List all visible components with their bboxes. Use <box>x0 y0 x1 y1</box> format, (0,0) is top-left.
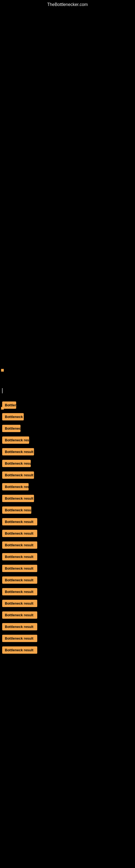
bottleneck-badge: Bottleneck result <box>2 577 37 584</box>
bottleneck-badge: Bottleneck result <box>2 553 37 560</box>
marker-square-1 <box>1 369 4 372</box>
bottleneck-badge: Bottleneck result <box>2 506 31 514</box>
bottleneck-badge: Bottleneck result <box>2 541 37 549</box>
bottleneck-items-container: Bottleneck result Bottleneck result Bott… <box>0 380 135 658</box>
bottleneck-badge: Bottleneck result <box>2 623 37 630</box>
list-item: Bottleneck result <box>0 471 135 480</box>
bottleneck-badge: Bottleneck result <box>2 495 34 502</box>
bottleneck-badge: Bottleneck result <box>2 611 37 619</box>
list-item: Bottleneck result <box>0 460 135 468</box>
list-item: Bottleneck result <box>0 588 135 596</box>
list-item: Bottleneck result <box>0 495 135 503</box>
list-item: Bottleneck result <box>0 623 135 631</box>
list-item: Bottleneck result <box>0 646 135 655</box>
bottleneck-badge: Bottleneck result <box>2 600 37 607</box>
list-item: Bottleneck result <box>0 518 135 527</box>
list-item: Bottleneck result <box>0 600 135 608</box>
list-item: Bottleneck result <box>0 577 135 585</box>
list-item: Bottleneck result <box>0 425 135 433</box>
bottleneck-badge: Bottleneck result <box>2 460 31 467</box>
list-item: Bottleneck result <box>0 413 135 422</box>
list-item: Bottleneck result <box>0 448 135 457</box>
list-item: Bottleneck result <box>0 506 135 515</box>
bottleneck-badge: Bottleneck result <box>2 518 37 525</box>
bottleneck-badge: Bottleneck result <box>2 436 29 444</box>
list-item: Bottleneck result <box>0 541 135 550</box>
list-item: Bottleneck result <box>0 635 135 643</box>
bottleneck-badge: Bottleneck result <box>2 565 37 572</box>
list-item: Bottleneck result <box>0 483 135 492</box>
bottleneck-badge: Bottleneck result <box>2 413 24 421</box>
list-item: Bottleneck result <box>0 611 135 620</box>
site-title: TheBottlenecker.com <box>0 2 135 7</box>
list-item: Bottleneck result <box>0 401 135 410</box>
bottleneck-badge: Bottleneck result <box>2 646 37 654</box>
bottleneck-badge: Bottleneck result <box>2 635 37 642</box>
list-item: Bottleneck result <box>0 553 135 561</box>
list-item: Bottleneck result <box>0 436 135 445</box>
list-item: Bottleneck result <box>0 565 135 573</box>
bottleneck-badge: Bottleneck result <box>2 483 29 490</box>
bottleneck-badge: Bottleneck result <box>2 588 37 595</box>
bottleneck-badge: Bottleneck result <box>2 401 16 409</box>
bottleneck-badge: Bottleneck result <box>2 425 20 432</box>
list-item: Bottleneck result <box>0 530 135 538</box>
bottleneck-badge: Bottleneck result <box>2 448 34 456</box>
bottleneck-badge: Bottleneck result <box>2 471 34 479</box>
bottleneck-badge: Bottleneck result <box>2 530 37 537</box>
